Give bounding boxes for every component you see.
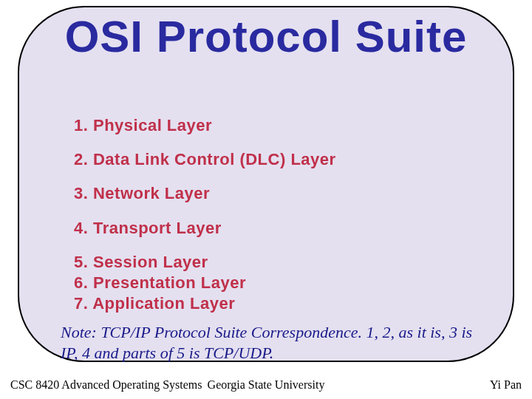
layer-item-7: 7. Application Layer: [74, 295, 473, 313]
layer-item-5: 5. Session Layer: [74, 253, 473, 271]
slide: OSI Protocol Suite 1. Physical Layer 2. …: [0, 0, 532, 399]
layer-item-4: 4. Transport Layer: [74, 219, 473, 237]
note-text: Note: TCP/IP Protocol Suite Corresponden…: [61, 322, 480, 363]
footer-left: CSC 8420 Advanced Operating Systems: [10, 378, 202, 392]
layer-item-6: 6. Presentation Layer: [74, 274, 473, 292]
footer: CSC 8420 Advanced Operating Systems Geor…: [0, 378, 532, 392]
layer-list: 1. Physical Layer 2. Data Link Control (…: [74, 117, 473, 320]
layer-item-2: 2. Data Link Control (DLC) Layer: [74, 151, 473, 168]
layer-item-3: 3. Network Layer: [74, 185, 473, 202]
footer-right: Yi Pan: [490, 378, 522, 392]
slide-title: OSI Protocol Suite: [0, 15, 532, 59]
layer-item-1: 1. Physical Layer: [74, 117, 473, 134]
